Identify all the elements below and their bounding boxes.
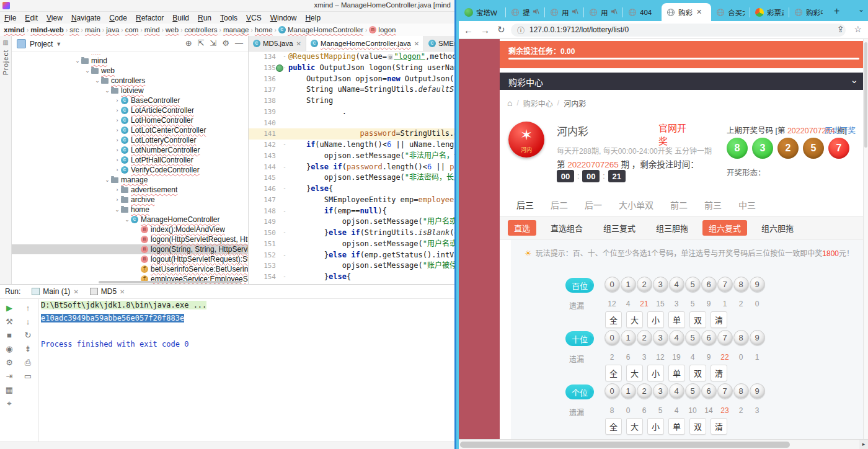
print-icon[interactable]: ⎙ — [20, 356, 36, 370]
breadcrumb-item-main[interactable]: main — [85, 26, 100, 33]
tree-item-controllers[interactable]: ⌄controllers — [12, 76, 248, 86]
close-icon[interactable]: ✕ — [73, 288, 78, 295]
play-mode-组六复式[interactable]: 组六复式 — [702, 220, 747, 236]
tree-item-LotHomeController[interactable]: ›cLotHomeController — [12, 115, 248, 125]
menu-code[interactable]: Code — [105, 14, 131, 22]
gear-icon[interactable]: ⚙ — [222, 38, 229, 48]
pick-ball-百位-4[interactable]: 4 — [669, 277, 684, 292]
tree-item-mind[interactable]: ⌄mind — [12, 56, 248, 66]
quick-button-百位-大[interactable]: 大 — [626, 311, 643, 328]
history-draws-link[interactable]: 历史开奖 — [825, 124, 856, 136]
editor-tab-ManageHomeController.java[interactable]: cManageHomeController.java✕ — [306, 36, 424, 51]
breadcrumb-item-logon[interactable]: logon — [378, 26, 396, 33]
chevron-right-icon[interactable]: › — [113, 157, 121, 163]
tree-item-LotLotteryController[interactable]: ›cLotLotteryController — [12, 135, 248, 145]
pick-ball-个位-4[interactable]: 4 — [669, 383, 684, 399]
url-text[interactable]: 127.0.0.1:9712/lot/lottery/list/0 — [529, 25, 629, 34]
pick-ball-十位-1[interactable]: 1 — [621, 330, 636, 345]
browser-tab-3[interactable]: 用户 — [545, 3, 583, 21]
browser-tab-1[interactable]: 宝塔W — [459, 3, 505, 21]
quick-button-个位-大[interactable]: 大 — [626, 418, 643, 435]
hide-icon[interactable]: — — [235, 38, 243, 48]
breadcrumb-item-mind[interactable]: mind — [144, 26, 160, 33]
chevron-down-icon[interactable]: ⌄ — [94, 78, 101, 84]
page-header-bar[interactable]: 购彩中心 ⌄ — [500, 73, 868, 90]
tree-item-ManageHomeController[interactable]: ⌄cManageHomeController — [12, 215, 248, 225]
locate-icon[interactable]: ⊕ — [185, 38, 192, 48]
bet-tab-后二[interactable]: 后二 — [551, 198, 568, 216]
quick-button-百位-单[interactable]: 单 — [668, 311, 685, 328]
tree-item-logon-HttpServletRequest-HttpS[interactable]: mlogon(HttpServletRequest, HttpS — [12, 234, 248, 244]
pick-ball-十位-5[interactable]: 5 — [685, 330, 701, 345]
address-bar[interactable]: ⓘ 127.0.0.1:9712/lot/lottery/list/0 — [511, 24, 846, 37]
chevron-down-icon[interactable]: ⌄ — [104, 177, 111, 183]
pick-ball-个位-0[interactable]: 0 — [604, 383, 620, 399]
run-tab-MD5[interactable]: MD5✕ — [90, 287, 125, 296]
tree-item-BaseController[interactable]: ›cBaseController — [12, 96, 248, 105]
pick-ball-十位-3[interactable]: 3 — [653, 330, 668, 345]
vscrollbar-thumb[interactable] — [864, 42, 867, 148]
chevron-down-icon[interactable]: ⌄ — [84, 68, 91, 74]
tree-item-home[interactable]: ⌄home — [12, 205, 248, 215]
code-line-134[interactable]: 134-@RequestMapping(value=⚙"logon",metho… — [249, 51, 454, 63]
run-tab-Main1[interactable]: Main (1)✕ — [32, 287, 78, 296]
menu-file[interactable]: File — [0, 14, 20, 22]
play-mode-直选[interactable]: 直选 — [508, 220, 536, 236]
pick-ball-个位-1[interactable]: 1 — [621, 383, 636, 399]
tree-item-archive[interactable]: ›archive — [12, 195, 248, 205]
forward-icon[interactable]: → — [480, 25, 490, 35]
tree-item-logon-String-String-HttpServletRe[interactable]: mlogon(String, String, HttpServletRe — [12, 244, 248, 254]
breadcrumb-item-com[interactable]: com — [125, 26, 139, 33]
chevron-down-icon[interactable]: ▼ — [56, 41, 61, 47]
quick-button-十位-全[interactable]: 全 — [605, 365, 622, 381]
tree-item-manage[interactable]: ⌄manage — [12, 175, 248, 185]
menu-run[interactable]: Run — [193, 14, 216, 22]
pick-ball-百位-2[interactable]: 2 — [637, 277, 652, 292]
pick-ball-个位-9[interactable]: 9 — [750, 383, 765, 399]
code-line-140[interactable]: 140 — [249, 118, 454, 129]
site-info-icon[interactable]: ⓘ — [517, 25, 525, 35]
chevron-right-icon[interactable]: › — [113, 107, 121, 113]
share-icon[interactable]: ⇪ — [837, 24, 844, 34]
pick-ball-个位-8[interactable]: 8 — [733, 383, 749, 399]
breadcrumb-item-home[interactable]: home — [255, 26, 273, 33]
code-line-141[interactable]: 141 password=StringUtils.defaul — [249, 128, 454, 140]
browser-tab-6[interactable]: 购彩✕ — [662, 3, 711, 21]
bet-tab-前三[interactable]: 前三 — [704, 198, 722, 216]
browser-tab-5[interactable]: 404 — [623, 3, 662, 21]
breadcrumb-item-xmind[interactable]: xmind — [4, 26, 25, 33]
browser-tab-2[interactable]: 提示 — [506, 3, 544, 21]
code-line-138[interactable]: 138 String — [249, 96, 454, 107]
tool-button-project[interactable]: Project — [2, 50, 9, 75]
page-hscrollbar[interactable]: ▸ — [459, 439, 868, 449]
chevron-right-icon[interactable]: › — [113, 127, 121, 133]
bet-tab-后三[interactable]: 后三 — [516, 198, 534, 218]
home-icon[interactable]: ⌂ — [507, 98, 512, 108]
bookmark-star-icon[interactable]: ☆ — [854, 24, 862, 34]
pick-ball-百位-8[interactable]: 8 — [733, 277, 749, 292]
code-line-147[interactable]: 147 SMEmployeeEntity emp=employeeSe — [249, 195, 454, 206]
quick-button-十位-大[interactable]: 大 — [626, 365, 643, 381]
menu-build[interactable]: Build — [168, 14, 193, 22]
chevron-right-icon[interactable]: › — [113, 97, 121, 104]
tree-item-LotArticleController[interactable]: ›cLotArticleController — [12, 105, 248, 115]
tree-item-index-ModelAndView[interactable]: mindex():ModelAndView — [12, 225, 248, 234]
run-console[interactable]: D:\BtSoft\jdk\jdk1.8\bin\java.exe ...e10… — [41, 299, 454, 433]
close-icon[interactable]: ✕ — [120, 288, 125, 295]
tab-list-chevron-icon[interactable]: ⌄ — [858, 5, 864, 14]
code-line-144[interactable]: 144- }else if(password.length()<6 || pas — [249, 162, 454, 173]
pick-ball-百位-7[interactable]: 7 — [717, 277, 733, 292]
tree-item-web[interactable]: ⌄web — [12, 66, 248, 76]
code-line-152[interactable]: 152- }else if(emp.getStatus().intVal — [249, 250, 454, 261]
menu-refactor[interactable]: Refactor — [131, 14, 168, 22]
quick-button-百位-小[interactable]: 小 — [647, 311, 664, 328]
tree-item-LotLotCenterController[interactable]: ›cLotLotCenterController — [12, 125, 248, 135]
breadcrumb-item-controllers[interactable]: controllers — [184, 26, 217, 33]
breadcrumb-item-web[interactable]: web — [166, 26, 179, 33]
browser-tab-9[interactable]: 购彩中 — [789, 3, 828, 21]
quick-button-个位-单[interactable]: 单 — [668, 418, 685, 435]
pick-ball-百位-0[interactable]: 0 — [604, 277, 620, 292]
quick-button-百位-双[interactable]: 双 — [689, 311, 706, 328]
code-line-135[interactable]: 135-public OutputJson logon(String userN… — [249, 63, 454, 74]
tree-item-logout-HttpServletRequest-String[interactable]: mlogout(HttpServletRequest):String — [12, 254, 248, 264]
